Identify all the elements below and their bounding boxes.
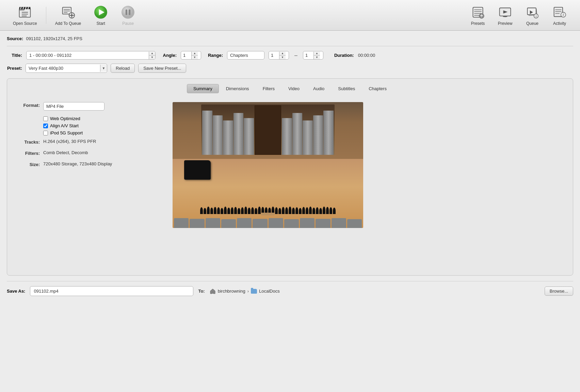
range-end-stepper-up[interactable]: ▲	[314, 52, 320, 55]
save-as-label: Save As:	[7, 289, 25, 294]
tracks-label: Tracks:	[19, 139, 40, 145]
start-button[interactable]: Start	[87, 2, 114, 29]
range-start-stepper-up[interactable]: ▲	[279, 52, 286, 55]
folder-icon	[251, 289, 257, 294]
musician	[312, 208, 315, 214]
preview-button[interactable]: Preview	[492, 2, 519, 29]
activity-button[interactable]: i Activity	[546, 2, 573, 29]
seat	[253, 219, 267, 228]
presets-button[interactable]: Presets	[464, 2, 492, 29]
organ-right	[282, 105, 334, 155]
musician	[248, 208, 251, 214]
musician	[319, 208, 322, 214]
musician	[200, 207, 203, 214]
seat	[206, 218, 220, 228]
align-av-checkbox[interactable]	[43, 124, 48, 128]
title-stepper-up[interactable]: ▲	[149, 52, 155, 55]
musician	[326, 207, 329, 214]
musician	[224, 207, 227, 214]
tabs-panel: Summary Dimensions Filters Video Audio S…	[7, 78, 573, 276]
seat	[190, 219, 204, 228]
tab-summary[interactable]: Summary	[187, 84, 219, 93]
musician	[217, 207, 220, 214]
angle-stepper[interactable]: ▲ ▼	[191, 52, 198, 59]
home-name: birchbrowning	[218, 289, 245, 294]
angle-input[interactable]	[181, 51, 191, 59]
musician	[289, 207, 291, 214]
add-to-queue-icon	[61, 5, 76, 20]
path-display: birchbrowning › LocalDocs	[210, 288, 280, 294]
save-section: Save As: To: birchbrowning › LocalDocs B…	[7, 281, 573, 296]
preset-input[interactable]	[26, 64, 100, 72]
format-input[interactable]	[44, 102, 104, 110]
musician	[306, 207, 308, 214]
format-label: Format:	[19, 102, 40, 108]
queue-button[interactable]: i Queue	[519, 2, 546, 29]
musician	[258, 207, 261, 214]
stage-floor	[173, 159, 363, 228]
filters-value: Comb Detect, Decomb	[43, 150, 88, 155]
range-start-input[interactable]	[269, 51, 279, 59]
title-stepper[interactable]: ▲ ▼	[149, 52, 155, 59]
reload-button[interactable]: Reload	[111, 64, 135, 73]
musicians-container	[188, 162, 348, 214]
range-end-input[interactable]	[303, 51, 313, 59]
preset-dropdown-button[interactable]: ▼	[100, 65, 107, 72]
align-av-label[interactable]: Align A/V Start	[50, 123, 79, 128]
range-dash: –	[294, 52, 297, 59]
seat	[174, 218, 189, 228]
ipod-checkbox[interactable]	[43, 131, 48, 135]
ipod-label[interactable]: iPod 5G Support	[50, 130, 83, 135]
musician	[278, 208, 281, 214]
tab-audio[interactable]: Audio	[307, 84, 331, 93]
pipe-5	[244, 118, 254, 155]
range-start-stepper-down[interactable]: ▼	[279, 55, 286, 59]
angle-stepper-down[interactable]: ▼	[192, 55, 198, 59]
range-end-stepper[interactable]: ▲ ▼	[313, 52, 320, 59]
angle-label: Angle:	[160, 53, 177, 58]
title-input[interactable]	[27, 51, 149, 59]
tab-filters[interactable]: Filters	[256, 84, 281, 93]
title-input-wrapper: ▲ ▼	[26, 51, 156, 60]
seat	[284, 219, 299, 228]
pause-label: Pause	[122, 21, 134, 26]
preset-row: Preset: ▼ Reload Save New Preset...	[7, 64, 573, 73]
size-value: 720x480 Storage, 723x480 Display	[43, 161, 112, 166]
tab-video[interactable]: Video	[282, 84, 306, 93]
preview-icon	[498, 5, 513, 20]
open-source-icon	[17, 5, 32, 20]
seat	[332, 218, 346, 228]
title-stepper-down[interactable]: ▼	[149, 55, 155, 59]
tab-chapters[interactable]: Chapters	[362, 84, 393, 93]
save-as-input[interactable]	[30, 287, 193, 296]
browse-button-wrapper: Browse...	[545, 287, 573, 296]
musician	[292, 208, 295, 214]
pause-button[interactable]: Pause	[114, 2, 142, 29]
save-input-wrapper	[30, 286, 193, 296]
browse-button[interactable]: Browse...	[545, 287, 573, 296]
add-to-queue-button[interactable]: Add To Queue	[49, 2, 87, 29]
musician	[210, 208, 213, 214]
svg-rect-36	[527, 8, 536, 15]
tab-dimensions[interactable]: Dimensions	[220, 84, 256, 93]
queue-icon: i	[525, 5, 540, 20]
tracks-row: Tracks: H.264 (x264), 30 FPS PFR	[19, 139, 162, 145]
musician	[329, 207, 332, 214]
preview-label: Preview	[498, 21, 513, 26]
save-new-preset-button[interactable]: Save New Preset...	[138, 64, 186, 73]
pipe-2	[213, 115, 223, 155]
tab-subtitles[interactable]: Subtitles	[332, 84, 361, 93]
folder-name: LocalDocs	[259, 289, 280, 294]
range-end-stepper-down[interactable]: ▼	[314, 55, 320, 59]
open-source-label: Open Source	[13, 21, 37, 26]
open-source-button[interactable]: Open Source	[7, 2, 43, 29]
range-start-stepper[interactable]: ▲ ▼	[279, 52, 286, 59]
conductor-podium	[261, 213, 274, 215]
pipe-organ	[201, 104, 335, 155]
web-optimized-checkbox[interactable]	[43, 116, 48, 121]
web-optimized-label[interactable]: Web Optimized	[50, 116, 80, 121]
range-input[interactable]	[227, 51, 264, 59]
angle-stepper-up[interactable]: ▲	[192, 52, 198, 55]
toolbar: Open Source Add To Queue	[0, 0, 580, 31]
musician	[207, 207, 210, 214]
